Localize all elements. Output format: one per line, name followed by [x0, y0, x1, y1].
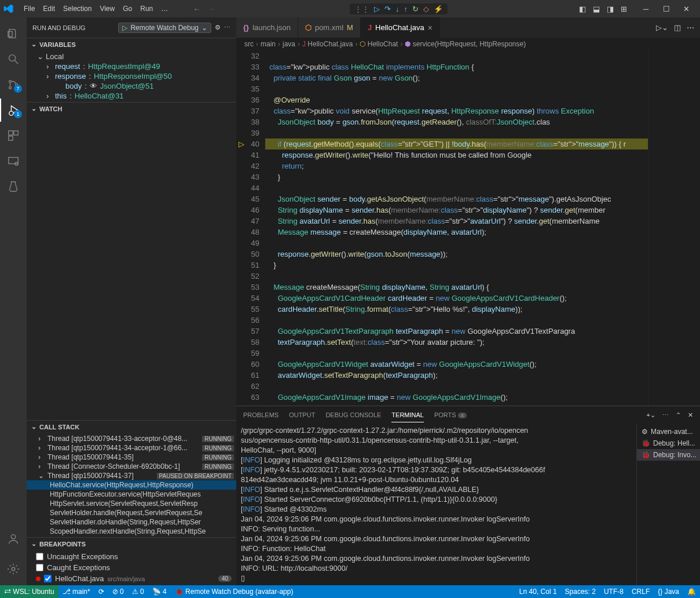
- var-this[interactable]: ›this: HelloChat@31: [27, 91, 236, 101]
- close-icon[interactable]: ×: [428, 23, 433, 32]
- terminal-output[interactable]: /grpc/grpc-context/1.27.2/grpc-context-1…: [236, 424, 636, 585]
- status-item[interactable]: 🔔: [683, 588, 700, 596]
- stack-frame[interactable]: HelloChat.service(HttpRequest,HttpRespon…: [27, 480, 236, 490]
- layout-customize-icon[interactable]: ⊞: [621, 5, 627, 13]
- tab-pom.xml[interactable]: ⬡pom.xmlM: [298, 17, 361, 38]
- code-editor[interactable]: 3233343536373839●▷4041424344454647484950…: [236, 50, 700, 406]
- crumb-item[interactable]: java: [283, 40, 295, 48]
- run-icon[interactable]: ▷⌄: [656, 23, 668, 32]
- panel-tab-debug console[interactable]: DEBUG CONSOLE: [325, 408, 381, 422]
- activity-explorer[interactable]: [0, 22, 27, 45]
- term-session[interactable]: 🐞Debug: Hell...: [637, 437, 700, 449]
- status-radio[interactable]: 📡 4: [148, 585, 171, 598]
- activity-settings[interactable]: [0, 557, 27, 581]
- status-item[interactable]: Spaces: 2: [561, 588, 600, 596]
- step-out-icon[interactable]: ↑: [404, 5, 408, 13]
- stack-frame[interactable]: HttpServlet.service(ServletRequest,Servl…: [27, 499, 236, 508]
- continue-icon[interactable]: ▷: [374, 5, 380, 13]
- activity-scm[interactable]: 7: [0, 73, 27, 96]
- close-panel-icon[interactable]: ✕: [688, 411, 693, 419]
- stack-frame[interactable]: HttpFunctionExecutor.service(HttpServlet…: [27, 490, 236, 499]
- thread[interactable]: ›Thread [qtp1500079441-35]RUNNING: [27, 453, 236, 462]
- status-item[interactable]: {} Java: [654, 588, 683, 596]
- thread-paused[interactable]: ⌄Thread [qtp1500079441-37]PAUSED ON BREA…: [27, 471, 236, 480]
- status-branch[interactable]: ⎇ main*: [58, 585, 94, 598]
- status-warn[interactable]: ⚠ 0: [128, 585, 148, 598]
- status-sync[interactable]: ⟳: [94, 585, 108, 598]
- step-over-icon[interactable]: ↷: [384, 5, 391, 13]
- term-session[interactable]: 🐞Debug: Invo...: [637, 449, 700, 461]
- activity-extensions[interactable]: [0, 124, 27, 147]
- activity-remote[interactable]: [0, 150, 27, 173]
- activity-search[interactable]: [0, 48, 27, 71]
- stack-frame[interactable]: ScopedHandler.nextHandle(String,Request,…: [27, 527, 236, 536]
- thread[interactable]: ›Thread [Connector-Scheduler-6920b0bc-1]…: [27, 462, 236, 471]
- var-response[interactable]: ›response: HttpResponseImpl@50: [27, 71, 236, 81]
- debug-config-selector[interactable]: ▷ Remote Watch Debug ⌄: [118, 23, 211, 33]
- gear-icon[interactable]: ⚙: [215, 24, 221, 31]
- nav-back-icon[interactable]: ←: [189, 5, 204, 13]
- status-item[interactable]: UTF-8: [600, 588, 628, 596]
- split-icon[interactable]: ◫: [674, 23, 681, 32]
- window-minimize[interactable]: ─: [636, 0, 656, 17]
- drag-handle-icon[interactable]: ⋮⋮: [354, 5, 369, 13]
- more-icon[interactable]: ⋯: [687, 23, 694, 32]
- breakpoint-file[interactable]: HelloChat.javasrc/main/java40: [27, 573, 236, 584]
- activity-accounts[interactable]: [0, 527, 27, 550]
- menu-file[interactable]: File: [20, 5, 39, 13]
- stack-frame[interactable]: ServletHolder.handle(Request,ServletRequ…: [27, 508, 236, 517]
- window-maximize[interactable]: ☐: [656, 0, 676, 17]
- panel-tab-problems[interactable]: PROBLEMS: [243, 408, 278, 422]
- nav-fwd-icon[interactable]: →: [204, 5, 218, 13]
- breakpoint-caught-exceptions[interactable]: Caught Exceptions: [27, 562, 236, 573]
- tab-launch.json[interactable]: {}launch.json: [236, 17, 298, 38]
- term-session[interactable]: ⚙Maven-avat...: [637, 426, 700, 437]
- status-item[interactable]: Ln 40, Col 1: [515, 588, 561, 596]
- crumb-item[interactable]: src: [244, 40, 254, 48]
- menu-edit[interactable]: Edit: [39, 5, 59, 13]
- activity-testing[interactable]: [0, 175, 27, 198]
- panel-tab-terminal[interactable]: TERMINAL: [391, 408, 424, 422]
- minimap[interactable]: [648, 50, 700, 406]
- layout-secondary-icon[interactable]: ◨: [607, 5, 614, 13]
- maximize-icon[interactable]: ⌃: [676, 411, 681, 419]
- status-remote[interactable]: ⮂ WSL: Ubuntu: [0, 585, 58, 598]
- layout-panel-icon[interactable]: ⬓: [593, 5, 600, 13]
- menu-run[interactable]: Run: [136, 5, 157, 13]
- var-body[interactable]: body: 👁 JsonObject@51: [27, 81, 236, 91]
- stop-icon[interactable]: ◇: [423, 5, 429, 13]
- menu-view[interactable]: View: [96, 5, 119, 13]
- menu-selection[interactable]: Selection: [59, 5, 96, 13]
- crumb-item[interactable]: ⬢ service(HttpRequest, HttpResponse): [405, 40, 526, 48]
- panel-tab-output[interactable]: OUTPUT: [289, 408, 315, 422]
- crumb-item[interactable]: J HelloChat.java: [302, 40, 353, 48]
- breadcrumb[interactable]: src›main›java›J HelloChat.java›⬡ HelloCh…: [236, 38, 700, 50]
- scope-local[interactable]: ⌄Local: [27, 52, 236, 61]
- section-watch[interactable]: ⌄WATCH: [27, 103, 236, 115]
- status-debug[interactable]: 🐞 Remote Watch Debug (avatar-app): [171, 585, 298, 598]
- crumb-item[interactable]: main: [261, 40, 276, 48]
- disconnect-icon[interactable]: ⚡: [434, 5, 443, 13]
- step-into-icon[interactable]: ↓: [395, 5, 400, 13]
- menu-go[interactable]: Go: [119, 5, 136, 13]
- restart-icon[interactable]: ↻: [412, 5, 419, 13]
- var-request[interactable]: ›request: HttpRequestImpl@49: [27, 61, 236, 71]
- status-err[interactable]: ⊘ 0: [108, 585, 128, 598]
- stack-frame[interactable]: ServletHandler.doHandle(String,Request,H…: [27, 517, 236, 527]
- activity-debug[interactable]: 1: [0, 99, 27, 122]
- status-item[interactable]: CRLF: [628, 588, 654, 596]
- panel-tab-ports[interactable]: PORTS4: [434, 408, 467, 422]
- crumb-item[interactable]: ⬡ HelloChat: [360, 40, 398, 48]
- more-icon[interactable]: ⋯: [662, 411, 669, 419]
- section-variables[interactable]: ⌄VARIABLES: [27, 38, 236, 50]
- thread[interactable]: ›Thread [qtp1500079441-34-acceptor-1@66.…: [27, 443, 236, 453]
- window-close[interactable]: ✕: [676, 0, 697, 17]
- section-breakpoints[interactable]: ⌄BREAKPOINTS: [27, 538, 236, 550]
- new-terminal-icon[interactable]: +⌄: [647, 411, 655, 419]
- thread[interactable]: ›Thread [qtp1500079441-33-acceptor-0@48.…: [27, 434, 236, 443]
- section-callstack[interactable]: ⌄CALL STACK: [27, 421, 236, 433]
- breakpoint-uncaught-exceptions[interactable]: Uncaught Exceptions: [27, 551, 236, 562]
- layout-primary-icon[interactable]: ◧: [579, 5, 586, 13]
- more-icon[interactable]: ⋯: [224, 24, 230, 31]
- tab-HelloChat.java[interactable]: JHelloChat.java×: [361, 17, 440, 38]
